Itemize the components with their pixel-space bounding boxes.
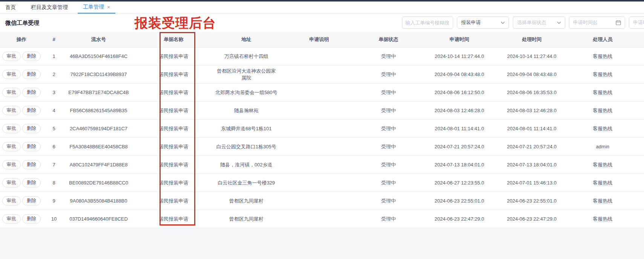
cell-handler: 客服热线 [561,102,644,119]
table-row: 审批删除7A80C102479FF4F1D88E8居民报装申请随县，淮河镇，00… [0,156,644,174]
approve-button[interactable]: 审批 [2,178,21,187]
cell-process-time: 2024-06-23 22:47:29.0 [502,210,561,228]
cell-apply-time: 2024-08-03 12:46:28.0 [417,102,502,119]
apply-date-start-placeholder: 申请时间起 [573,19,598,26]
table-header-row: 操作#流水号单据名称地址申请说明单据状态申请时间处理时间处理人员 [0,32,644,47]
table-row: 审批删除3E79F47BB71E74DCA8C4B居民报装申请北郊两水沟居委会一… [0,84,644,102]
cell-process-time: 2024-08-03 12:46:28.0 [502,102,561,119]
cell-address: 白云公园交叉路口1栋305号 [215,138,278,155]
chevron-down-icon [501,21,505,24]
approve-button[interactable]: 审批 [2,124,21,133]
cell-index: 1 [43,47,65,65]
approve-button[interactable]: 审批 [2,142,21,151]
order-status-select[interactable]: 选择单据状态 [513,17,565,29]
cell-apply-time: 2024-07-21 20:57:24.0 [417,138,502,155]
cell-apply-time: 2024-10-14 11:27:44.0 [417,47,502,65]
delete-button[interactable]: 删除 [22,52,41,61]
cell-status: 受理中 [360,210,417,228]
cell-doc-name: 居民报装申请 [132,156,215,174]
cell-doc-name: 居民报装申请 [132,66,215,83]
table-row: 审批删除27922F18C3D11439B8937居民报装申请曾都区沿河大道神农… [0,66,644,84]
cell-actions: 审批删除 [0,66,43,83]
cell-status: 受理中 [360,192,417,210]
cell-process-time: 2024-07-13 18:04:01.0 [502,156,561,174]
cell-apply-time: 2024-08-06 16:12:50.0 [417,84,502,101]
delete-button[interactable]: 删除 [22,70,41,79]
cell-apply-note [278,66,360,83]
tab-home[interactable]: 首页 [0,2,21,14]
cell-process-time: 2024-08-01 11:14:41.0 [502,120,561,137]
chevron-down-icon [557,21,561,24]
delete-button[interactable]: 删除 [22,178,41,187]
cell-serial-number: 037D1494660640FE8CED [65,210,132,228]
cell-index: 2 [43,66,65,83]
tab-work-order-management[interactable]: 工单管理 × [78,2,115,14]
filter-bar: 报装申请 选择单据状态 申请时间起 申请时间止 [402,17,644,29]
cell-index: 4 [43,102,65,119]
column-header: 地址 [215,32,278,47]
tab-articles-management[interactable]: 栏目及文章管理 [26,2,73,14]
delete-button[interactable]: 删除 [22,124,41,133]
approve-button[interactable]: 审批 [2,88,21,97]
apply-date-end-placeholder: 申请时间止 [633,19,644,26]
cell-apply-note [278,192,360,210]
cell-address: 万店镇石桥村十四组 [215,47,278,65]
cell-apply-time: 2024-06-27 12:23:55.0 [417,174,502,192]
approve-button[interactable]: 审批 [2,70,21,79]
approve-button[interactable]: 审批 [2,160,21,169]
cell-apply-note [278,102,360,119]
cell-address: 曾都区九间屋村 [215,192,278,210]
cell-apply-note [278,174,360,192]
cell-apply-time: 2024-09-04 08:43:48.0 [417,66,502,83]
delete-button[interactable]: 删除 [22,142,41,151]
column-header: 操作 [0,32,43,47]
cell-actions: 审批删除 [0,192,43,210]
order-type-select[interactable]: 报装申请 [457,17,509,29]
column-header: 单据状态 [360,32,417,47]
approve-button[interactable]: 审批 [2,106,21,115]
cell-actions: 审批删除 [0,84,43,101]
search-input[interactable] [402,17,453,28]
calendar-icon[interactable] [616,20,621,25]
column-header: 申请时间 [417,32,502,47]
cell-handler: 客服热线 [561,156,644,174]
cell-apply-note [278,47,360,65]
approve-button[interactable]: 审批 [2,196,21,206]
table-row: 审批删除10037D1494660640FE8CED居民报装申请曾都区九间屋村受… [0,210,644,228]
cell-handler: 客服热线 [561,120,644,137]
cell-index: 6 [43,138,65,155]
cell-doc-name: 居民报装申请 [132,192,215,210]
cell-serial-number: 46BA3D51504F46168F4C [65,47,132,65]
delete-button[interactable]: 删除 [22,88,41,97]
cell-apply-note [278,84,360,101]
cell-process-time: 2024-07-01 15:46:13.0 [502,174,561,192]
delete-button[interactable]: 删除 [22,196,41,206]
cell-index: 3 [43,84,65,101]
apply-date-end-picker[interactable]: 申请时间止 [629,17,644,29]
cell-actions: 审批删除 [0,156,43,174]
cell-apply-time: 2024-06-23 22:55:01.0 [417,192,502,210]
table-row: 审批删除146BA3D51504F46168F4C居民报装申请万店镇石桥村十四组… [0,47,644,66]
table-row: 审批删除4FB56C686261545A89B35居民报装申请随县瀚林苑受理中2… [0,102,644,120]
cell-handler: 客服热线 [561,210,644,228]
delete-button[interactable]: 删除 [22,160,41,169]
cell-handler: 客服热线 [561,84,644,101]
approve-button[interactable]: 审批 [2,214,21,224]
cell-address: 东城舜井道68号1栋101 [215,120,278,137]
apply-date-start-picker[interactable]: 申请时间起 [569,17,625,29]
cell-doc-name: 居民报装申请 [132,174,215,192]
approve-button[interactable]: 审批 [2,52,21,61]
cell-handler: 客服热线 [561,192,644,210]
table-row: 审批删除52CA4607598194DF181C7居民报装申请东城舜井道68号1… [0,120,644,138]
table-row: 审批删除8BE00892DE79146B88CC0居民报装申请白云社区金三角一号… [0,174,644,192]
column-header: 处理人员 [561,32,644,47]
delete-button[interactable]: 删除 [22,214,41,224]
work-order-table: 操作#流水号单据名称地址申请说明单据状态申请时间处理时间处理人员 审批删除146… [0,32,644,228]
cell-process-time: 2024-08-06 16:35:53.0 [502,84,561,101]
table-body: 审批删除146BA3D51504F46168F4C居民报装申请万店镇石桥村十四组… [0,47,644,228]
close-icon[interactable]: × [107,5,110,10]
delete-button[interactable]: 删除 [22,106,41,115]
cell-apply-time: 2024-08-01 11:14:41.0 [417,120,502,137]
cell-status: 受理中 [360,156,417,174]
column-header: # [43,32,65,47]
